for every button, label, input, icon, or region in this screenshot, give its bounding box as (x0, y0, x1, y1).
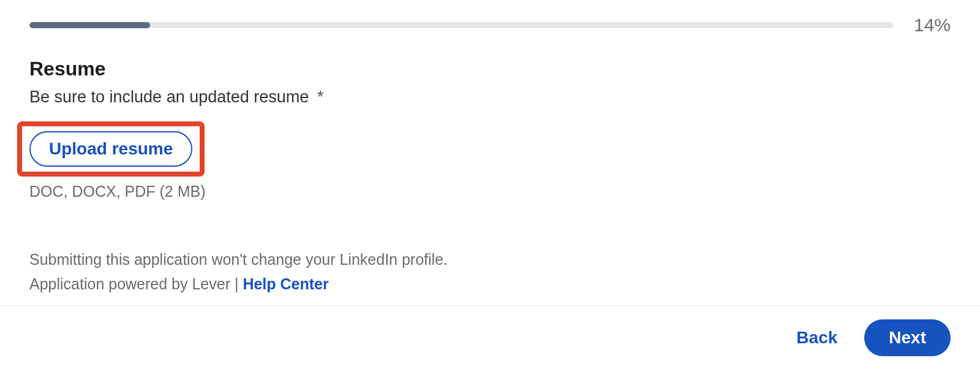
progress-fill (29, 22, 150, 28)
footer-bar: Back Next (0, 305, 980, 377)
disclaimer-line1: Submitting this application won't change… (29, 247, 951, 272)
progress-percent-label: 14% (908, 15, 951, 36)
back-button[interactable]: Back (784, 321, 850, 355)
next-button[interactable]: Next (864, 319, 951, 356)
disclaimer: Submitting this application won't change… (29, 247, 951, 296)
powered-by-text: Application powered by Lever | (29, 275, 243, 292)
section-title: Resume (29, 58, 951, 80)
resume-hint: Be sure to include an updated resume * (29, 88, 951, 107)
progress-track (29, 22, 893, 28)
upload-highlight-box: Upload resume (17, 121, 205, 177)
upload-resume-button[interactable]: Upload resume (29, 131, 192, 167)
progress-bar-row: 14% (29, 15, 951, 36)
help-center-link[interactable]: Help Center (243, 275, 328, 292)
file-types-hint: DOC, DOCX, PDF (2 MB) (29, 183, 951, 200)
required-asterisk: * (317, 88, 324, 106)
disclaimer-line2: Application powered by Lever | Help Cent… (29, 272, 951, 296)
hint-text: Be sure to include an updated resume (29, 88, 309, 106)
